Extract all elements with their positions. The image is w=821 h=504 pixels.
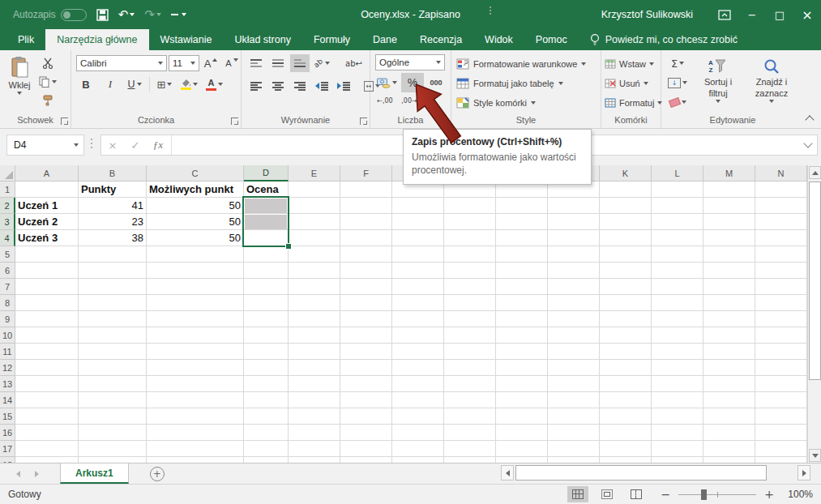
tab-pomoc[interactable]: Pomoc	[524, 29, 579, 50]
cell-K16[interactable]	[600, 425, 652, 441]
zoom-out-button[interactable]: −	[661, 488, 671, 501]
cell-G11[interactable]	[392, 344, 444, 360]
cell-A7[interactable]	[15, 279, 79, 295]
cell-E12[interactable]	[289, 360, 340, 376]
cell-E11[interactable]	[289, 344, 340, 360]
cell-B4[interactable]: 38	[79, 230, 147, 246]
cell-F5[interactable]	[340, 246, 392, 263]
cell-N3[interactable]	[755, 214, 807, 230]
cell-D6[interactable]	[244, 263, 289, 279]
align-center-button[interactable]	[268, 77, 288, 95]
cell-K1[interactable]	[600, 182, 652, 198]
cell-J14[interactable]	[548, 392, 600, 408]
cell-B3[interactable]: 23	[79, 214, 147, 230]
cell-H3[interactable]	[444, 214, 496, 230]
cell-N14[interactable]	[755, 392, 807, 408]
column-header-E[interactable]: E	[289, 165, 340, 182]
cell-A10[interactable]	[15, 327, 79, 344]
cell-C4[interactable]: 50	[147, 230, 244, 246]
cell-M18[interactable]	[703, 457, 755, 463]
orientation-button[interactable]: ab	[312, 54, 331, 72]
cell-D1[interactable]: Ocena	[244, 182, 289, 198]
tab-recenzja[interactable]: Recenzja	[408, 29, 473, 50]
cell-K6[interactable]	[600, 263, 652, 279]
cell-H17[interactable]	[444, 441, 496, 457]
cell-F13[interactable]	[340, 376, 392, 392]
row-header-8[interactable]: 8	[0, 295, 15, 311]
format-as-table-button[interactable]: Formatuj jako tabelę	[453, 74, 601, 93]
cell-C1[interactable]: Możliwych punkt	[147, 182, 244, 198]
cell-A13[interactable]	[15, 376, 79, 392]
cell-F4[interactable]	[340, 230, 392, 246]
cell-G18[interactable]	[392, 457, 444, 463]
fill-color-button[interactable]	[179, 75, 199, 93]
cell-C10[interactable]	[147, 327, 244, 344]
cell-M4[interactable]	[703, 230, 755, 246]
conditional-formatting-button[interactable]: Formatowanie warunkowe	[453, 54, 601, 74]
cell-C11[interactable]	[147, 344, 244, 360]
cancel-button[interactable]: ×	[101, 139, 124, 152]
cell-M6[interactable]	[703, 263, 755, 279]
cell-K13[interactable]	[600, 376, 652, 392]
decrease-decimal-button[interactable]: ←,00	[375, 95, 395, 108]
cell-I3[interactable]	[496, 214, 548, 230]
cell-H10[interactable]	[444, 327, 496, 344]
cell-F6[interactable]	[340, 263, 392, 279]
row-header-10[interactable]: 10	[0, 327, 15, 344]
cell-F16[interactable]	[340, 425, 392, 441]
next-sheet-icon[interactable]	[35, 471, 39, 477]
column-header-M[interactable]: M	[703, 165, 755, 182]
cell-J2[interactable]	[548, 198, 600, 214]
cell-N11[interactable]	[755, 344, 807, 360]
cell-G6[interactable]	[392, 263, 444, 279]
cell-L7[interactable]	[652, 279, 703, 295]
cell-K3[interactable]	[600, 214, 652, 230]
cell-I4[interactable]	[496, 230, 548, 246]
align-middle-button[interactable]	[268, 54, 288, 72]
cell-L1[interactable]	[652, 182, 703, 198]
close-button[interactable]: ×	[793, 0, 821, 29]
cell-K11[interactable]	[600, 344, 652, 360]
cell-B17[interactable]	[79, 441, 147, 457]
cell-F11[interactable]	[340, 344, 392, 360]
new-sheet-button[interactable]: +	[150, 467, 165, 481]
cell-D12[interactable]	[244, 360, 289, 376]
cell-E1[interactable]	[289, 182, 340, 198]
cell-K9[interactable]	[600, 311, 652, 327]
cell-D10[interactable]	[244, 327, 289, 344]
cell-N10[interactable]	[755, 327, 807, 344]
cell-J11[interactable]	[548, 344, 600, 360]
cell-K18[interactable]	[600, 457, 652, 463]
cell-G13[interactable]	[392, 376, 444, 392]
cell-F17[interactable]	[340, 441, 392, 457]
cell-D5[interactable]	[244, 246, 289, 263]
cell-A18[interactable]	[15, 457, 79, 463]
cell-D11[interactable]	[244, 344, 289, 360]
cell-M14[interactable]	[703, 392, 755, 408]
cell-A8[interactable]	[15, 295, 79, 311]
cell-A4[interactable]: Uczeń 3	[15, 230, 79, 246]
cell-B1[interactable]: Punkty	[79, 182, 147, 198]
row-header-4[interactable]: 4	[0, 230, 15, 246]
cell-B2[interactable]: 41	[79, 198, 147, 214]
cell-M17[interactable]	[703, 441, 755, 457]
cell-A12[interactable]	[15, 360, 79, 376]
cell-B5[interactable]	[79, 246, 147, 263]
tab-narzędzia-główne[interactable]: Narzędzia główne	[45, 29, 148, 50]
cell-G14[interactable]	[392, 392, 444, 408]
cell-E10[interactable]	[289, 327, 340, 344]
cell-H5[interactable]	[444, 246, 496, 263]
italic-button[interactable]: I	[100, 75, 120, 93]
tab-plik[interactable]: Plik	[6, 29, 45, 50]
cell-E17[interactable]	[289, 441, 340, 457]
borders-button[interactable]: ⊞	[155, 75, 174, 93]
cell-A5[interactable]	[15, 246, 79, 263]
cell-styles-button[interactable]: Style komórki	[453, 93, 601, 113]
zoom-slider[interactable]	[678, 494, 756, 495]
cell-A9[interactable]	[15, 311, 79, 327]
font-size-combo[interactable]: 11	[169, 55, 199, 71]
cell-F9[interactable]	[340, 311, 392, 327]
increase-decimal-button[interactable]: ,00→	[400, 95, 419, 108]
cell-L3[interactable]	[652, 214, 703, 230]
cell-N2[interactable]	[755, 198, 807, 214]
